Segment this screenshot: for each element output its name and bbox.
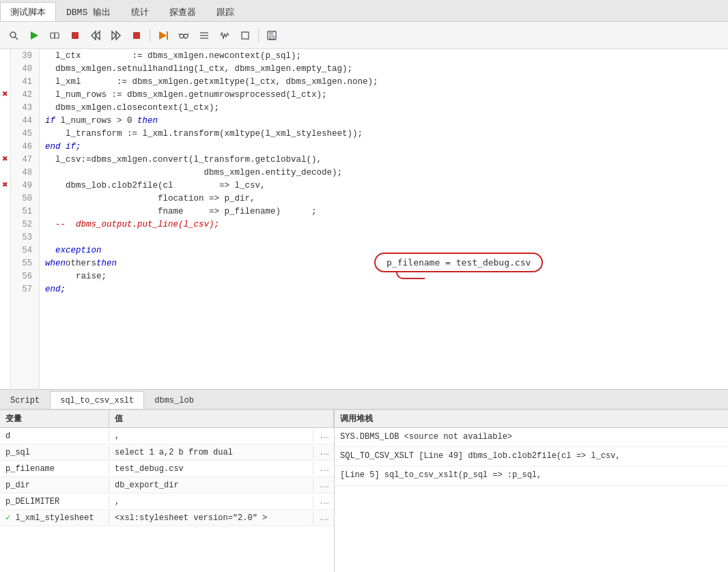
search-button[interactable] bbox=[4, 26, 23, 45]
frame-button[interactable] bbox=[236, 26, 255, 45]
svg-line-1 bbox=[15, 37, 18, 40]
gutter-row bbox=[0, 101, 10, 114]
error-icon: ✖ bbox=[2, 88, 8, 101]
run-button[interactable] bbox=[25, 26, 44, 45]
stop-button[interactable] bbox=[66, 26, 85, 45]
list-button[interactable] bbox=[195, 26, 214, 45]
toolbar-sep2 bbox=[258, 29, 259, 42]
line-number: 47 bbox=[11, 153, 35, 166]
back-button[interactable] bbox=[86, 26, 105, 45]
code-content[interactable]: l_ctx := dbms_xmlgen.newcontext(p_sql); … bbox=[40, 49, 728, 389]
gutter-row bbox=[0, 140, 10, 153]
wave-button[interactable] bbox=[215, 26, 234, 45]
tab-trace[interactable]: 跟踪 bbox=[206, 2, 244, 21]
code-line[interactable]: dbms_xmlgen.entity_decode); bbox=[40, 166, 728, 179]
callstack-items: SYS.DBMS_LOB <source not available>SQL_T… bbox=[335, 428, 728, 486]
gutter-row bbox=[0, 49, 10, 62]
variable-row[interactable]: p_filename test_debug.csv ... bbox=[0, 461, 334, 477]
svg-rect-21 bbox=[242, 32, 249, 39]
code-line[interactable]: dbms_lob.clob2file(cl => l_csv, bbox=[40, 179, 728, 192]
variable-row[interactable]: d , ... bbox=[0, 428, 334, 444]
code-line[interactable]: if l_num_rows > 0 then bbox=[40, 114, 728, 127]
var-name: p_dir bbox=[0, 479, 109, 491]
code-line[interactable]: dbms_xmlgen.closecontext(l_ctx); bbox=[40, 101, 728, 114]
tab-statistics[interactable]: 统计 bbox=[121, 2, 159, 21]
code-line[interactable]: l_transform := l_xml.transform(xmltype(l… bbox=[40, 127, 728, 140]
kw-when: when bbox=[45, 259, 66, 268]
tab-script[interactable]: Script bbox=[0, 391, 50, 409]
editor-area: ✖✖✖ 394041424344454647484950515253545556… bbox=[0, 49, 728, 389]
code-line[interactable]: end; bbox=[40, 283, 728, 296]
variables-header: 变量 值 bbox=[0, 410, 334, 428]
code-line[interactable]: end if; bbox=[40, 140, 728, 153]
comment-span: -- dbms_output.put_line(l_csv); bbox=[45, 220, 219, 229]
var-name: p_filename bbox=[0, 463, 109, 475]
code-line[interactable] bbox=[40, 231, 728, 244]
callstack-item[interactable]: SQL_TO_CSV_XSLT [Line 49] dbms_lob.clob2… bbox=[335, 447, 728, 466]
tab-dbms-lob[interactable]: dbms_lob bbox=[144, 391, 204, 409]
variable-row[interactable]: p_dir db_export_dir ... bbox=[0, 477, 334, 494]
var-name: l_xml_stylesheet bbox=[0, 511, 109, 524]
variable-row[interactable]: l_xml_stylesheet <xsl:stylesheet version… bbox=[0, 510, 334, 526]
bottom-panel: 变量 值 d , ... p_sql select 1 a,2 b from d… bbox=[0, 410, 728, 572]
svg-rect-5 bbox=[72, 32, 79, 39]
svg-rect-23 bbox=[269, 31, 273, 35]
step-into-button[interactable] bbox=[107, 26, 126, 45]
step-over-button[interactable] bbox=[45, 26, 64, 45]
gutter-row bbox=[0, 127, 10, 140]
variables-rows: d , ... p_sql select 1 a,2 b from dual .… bbox=[0, 428, 334, 526]
line-number: 41 bbox=[11, 75, 35, 88]
code-line[interactable]: dbms_xmlgen.setnullhandling(l_ctx, dbms_… bbox=[40, 62, 728, 75]
gutter-row bbox=[0, 166, 10, 179]
variable-row[interactable]: p_DELIMITER , ... bbox=[0, 494, 334, 510]
watch-button[interactable] bbox=[174, 26, 193, 45]
tab-dbms-output[interactable]: DBMS 输出 bbox=[56, 2, 121, 21]
error-icon: ✖ bbox=[2, 179, 8, 192]
tab-test-script[interactable]: 测试脚本 bbox=[0, 2, 56, 21]
var-dots[interactable]: ... bbox=[313, 430, 334, 442]
gutter-row bbox=[0, 244, 10, 257]
variable-row[interactable]: p_sql select 1 a,2 b from dual ... bbox=[0, 444, 334, 461]
error-icon: ✖ bbox=[2, 153, 8, 166]
var-value: <xsl:stylesheet version="2.0" > bbox=[109, 512, 313, 524]
others-text: others bbox=[66, 259, 96, 268]
svg-rect-24 bbox=[270, 36, 274, 39]
var-dots[interactable]: ... bbox=[313, 512, 334, 524]
stop-icon bbox=[70, 31, 80, 40]
var-value: , bbox=[109, 430, 313, 442]
var-dots[interactable]: ... bbox=[313, 479, 334, 491]
callstack-item[interactable]: SYS.DBMS_LOB <source not available> bbox=[335, 428, 728, 447]
gutter: ✖✖✖ 394041424344454647484950515253545556… bbox=[0, 49, 40, 389]
line-number: 50 bbox=[11, 192, 35, 205]
svg-rect-3 bbox=[51, 33, 55, 38]
svg-marker-8 bbox=[112, 31, 116, 40]
top-tab-bar: 测试脚本 DBMS 输出 统计 探查器 跟踪 bbox=[0, 0, 728, 22]
code-line[interactable]: flocation => p_dir, bbox=[40, 192, 728, 205]
var-dots[interactable]: ... bbox=[313, 446, 334, 459]
code-line[interactable]: l_xml := dbms_xmlgen.getxmltype(l_ctx, d… bbox=[40, 75, 728, 88]
line-number: 48 bbox=[11, 166, 35, 179]
code-line[interactable]: -- dbms_output.put_line(l_csv); bbox=[40, 218, 728, 231]
callstack-header: 调用堆栈 bbox=[335, 410, 728, 428]
var-name: p_DELIMITER bbox=[0, 496, 109, 508]
var-dots[interactable]: ... bbox=[313, 496, 334, 508]
tab-sql-csv-xslt[interactable]: sql_to_csv_xslt bbox=[50, 391, 144, 409]
var-dots[interactable]: ... bbox=[313, 463, 334, 475]
tab-explorer[interactable]: 探查器 bbox=[159, 2, 206, 21]
svg-marker-7 bbox=[96, 31, 100, 40]
save-button[interactable] bbox=[262, 26, 281, 45]
svg-point-13 bbox=[180, 34, 184, 38]
stop2-button[interactable] bbox=[127, 26, 146, 45]
gutter-row: ✖ bbox=[0, 88, 10, 101]
run-debug-button[interactable] bbox=[154, 26, 173, 45]
callstack-item[interactable]: [Line 5] sql_to_csv_xslt(p_sql => :p_sql… bbox=[335, 466, 728, 485]
line-number: 44 bbox=[11, 114, 35, 127]
svg-rect-10 bbox=[133, 32, 140, 39]
variables-panel: 变量 值 d , ... p_sql select 1 a,2 b from d… bbox=[0, 410, 335, 572]
code-line[interactable]: fname => p_filename) ; bbox=[40, 205, 728, 218]
code-line[interactable]: l_csv:=dbms_xmlgen.convert(l_transform.g… bbox=[40, 153, 728, 166]
code-line[interactable]: l_num_rows := dbms_xmlgen.getnumrowsproc… bbox=[40, 88, 728, 101]
var-name: d bbox=[0, 430, 109, 442]
save-icon bbox=[267, 31, 277, 40]
code-line[interactable]: l_ctx := dbms_xmlgen.newcontext(p_sql); bbox=[40, 49, 728, 62]
